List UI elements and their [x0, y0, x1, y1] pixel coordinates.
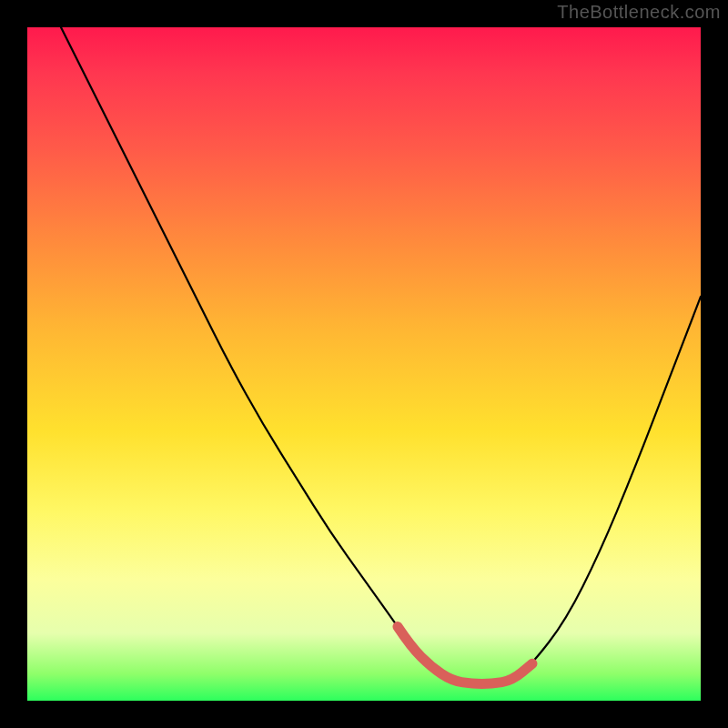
- chart-container: TheBottleneck.com: [0, 0, 728, 728]
- curve-svg: [27, 27, 701, 701]
- watermark-text: TheBottleneck.com: [557, 2, 721, 23]
- plot-area: [27, 27, 701, 701]
- bottleneck-curve: [61, 27, 701, 684]
- curve-highlight-segment: [398, 627, 532, 684]
